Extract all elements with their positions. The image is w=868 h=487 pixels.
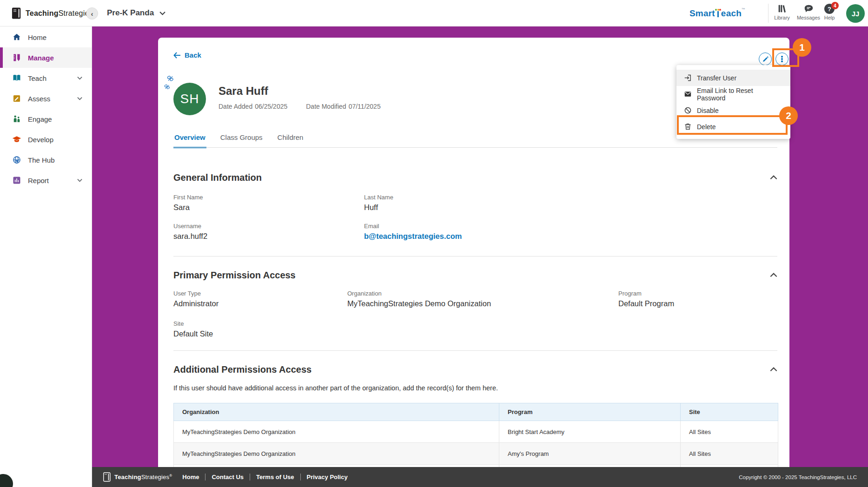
more-actions-button[interactable]	[775, 53, 788, 66]
sidebar-item-label: Report	[28, 177, 49, 184]
back-button[interactable]: Back	[173, 51, 201, 59]
program-label: Program	[618, 290, 642, 297]
tab-class-groups[interactable]: Class Groups	[219, 131, 264, 148]
sidebar-item-develop[interactable]: Develop	[0, 129, 92, 150]
tab-children[interactable]: Children	[277, 131, 305, 148]
first-name-value: Sara	[173, 203, 190, 212]
help-nav-button[interactable]: ? 4 Help	[819, 4, 840, 20]
edit-user-button[interactable]	[759, 53, 772, 66]
footer-link-contact-us[interactable]: Contact Us	[205, 474, 250, 480]
sidebar-item-engage[interactable]: Engage	[0, 109, 92, 129]
chevron-down-icon	[77, 76, 82, 80]
tab-overview[interactable]: Overview	[173, 131, 206, 148]
program-value: Default Program	[618, 299, 674, 308]
profile-avatar: SH	[173, 83, 206, 115]
site-label: Site	[173, 320, 184, 327]
table-row[interactable]: MyTeachingStrategies Demo Organization A…	[174, 443, 778, 465]
username-label: Username	[173, 223, 201, 230]
sidebar-item-label: Engage	[28, 115, 52, 123]
teach-icon	[12, 73, 21, 83]
chevron-down-icon	[77, 178, 82, 182]
menu-item-disable[interactable]: Disable	[676, 102, 790, 118]
brand-text: TeachingStrategies®	[26, 9, 96, 18]
menu-item-transfer-user[interactable]: Transfer User	[676, 70, 790, 86]
messages-label: Messages	[797, 15, 820, 20]
help-label: Help	[824, 15, 835, 20]
footer-link-terms-of-use[interactable]: Terms of Use	[250, 474, 300, 480]
user-avatar-initials: JJ	[852, 10, 860, 18]
last-name-label: Last Name	[364, 194, 393, 201]
menu-item-label: Disable	[697, 107, 719, 114]
menu-item-label: Delete	[697, 123, 716, 131]
report-icon	[12, 176, 21, 185]
door-logo-icon	[103, 472, 111, 482]
collapse-section-chevron-up-icon[interactable]	[770, 273, 777, 277]
collapse-section-chevron-up-icon[interactable]	[770, 175, 777, 180]
user-avatar[interactable]: JJ	[846, 4, 865, 23]
footer-logo: TeachingStrategies®	[103, 472, 172, 482]
sidebar-item-report[interactable]: Report	[0, 170, 92, 191]
user-type-label: User Type	[173, 290, 201, 297]
sidebar-item-the-hub[interactable]: The Hub	[0, 150, 92, 170]
sidebar-collapse-button[interactable]: ‹	[86, 7, 98, 20]
additional-permissions-table: Organization Program Site MyTeachingStra…	[173, 403, 778, 467]
cell-program: Amy's Program	[499, 443, 681, 465]
smartteach-logo: Smarteach™	[689, 8, 745, 19]
footer-copyright: Copyright © 2000 - 2025 TeachingStrategi…	[739, 474, 857, 480]
kebab-icon	[781, 55, 783, 63]
door-logo-icon	[12, 7, 22, 20]
organization-value: MyTeachingStrategies Demo Organization	[347, 299, 491, 308]
additional-permissions-description: If this user should have additional acce…	[173, 384, 498, 392]
chevron-down-icon	[77, 97, 82, 100]
sidebar-item-manage[interactable]: Manage	[0, 47, 92, 68]
sidebar-item-label: Home	[28, 33, 46, 41]
sidebar-item-home[interactable]: Home	[0, 27, 92, 47]
organization-label: Organization	[347, 290, 382, 297]
library-nav-button[interactable]: Library	[771, 4, 793, 20]
column-header-organization: Organization	[174, 403, 499, 421]
email-link[interactable]: b@teachingstrategies.com	[364, 232, 462, 241]
column-header-program: Program	[499, 403, 681, 421]
site-value: Default Site	[173, 329, 213, 338]
sidebar-item-teach[interactable]: Teach	[0, 68, 92, 88]
user-type-value: Administrator	[173, 299, 219, 308]
section-title-general-information: General Information	[173, 172, 262, 183]
arrow-left-icon	[173, 52, 181, 59]
email-label: Email	[364, 223, 379, 230]
sidebar-item-label: The Hub	[28, 156, 55, 164]
menu-item-delete[interactable]: Delete	[676, 118, 790, 135]
column-header-site: Site	[681, 403, 778, 421]
profile-dates: Date Added06/25/2025 Date Modified07/11/…	[219, 103, 381, 110]
disable-icon	[684, 106, 692, 114]
engage-icon	[12, 114, 21, 124]
sidebar-item-label: Manage	[28, 54, 54, 62]
date-modified: Date Modified07/11/2025	[306, 103, 380, 110]
workspace-selector[interactable]: Pre-K Panda	[107, 8, 166, 18]
page-footer: TeachingStrategies® Home Contact Us Term…	[92, 467, 868, 487]
top-header: TeachingStrategies® Pre-K Panda Smarteac…	[0, 0, 868, 26]
cell-site: All Sites	[681, 421, 778, 443]
menu-item-email-link-to-reset-password[interactable]: Email Link to Reset Password	[676, 86, 790, 102]
more-actions-menu: Transfer User Email Link to Reset Passwo…	[676, 65, 790, 139]
pencil-icon	[762, 56, 769, 63]
sidebar-item-assess[interactable]: Assess	[0, 88, 92, 109]
cell-program: Bright Start Academy	[499, 421, 681, 443]
profile-avatar-initials: SH	[180, 92, 199, 106]
profile-tabs: Overview Class Groups Children	[173, 131, 304, 148]
manage-icon	[12, 53, 21, 62]
assess-icon	[12, 94, 21, 103]
collapse-section-chevron-up-icon[interactable]	[770, 367, 777, 372]
section-divider	[173, 350, 777, 351]
messages-nav-button[interactable]: Messages	[794, 4, 823, 20]
section-divider	[173, 256, 777, 257]
tabs-divider	[173, 147, 777, 148]
email-icon	[684, 90, 692, 98]
footer-link-home[interactable]: Home	[182, 474, 205, 480]
table-row[interactable]: MyTeachingStrategies Demo Organization B…	[174, 421, 778, 443]
library-label: Library	[774, 15, 790, 20]
footer-brand-text: TeachingStrategies®	[114, 474, 172, 480]
back-label: Back	[185, 51, 201, 59]
footer-link-privacy-policy[interactable]: Privacy Policy	[301, 474, 354, 480]
menu-item-label: Email Link to Reset Password	[697, 87, 783, 102]
header-divider	[768, 4, 769, 23]
